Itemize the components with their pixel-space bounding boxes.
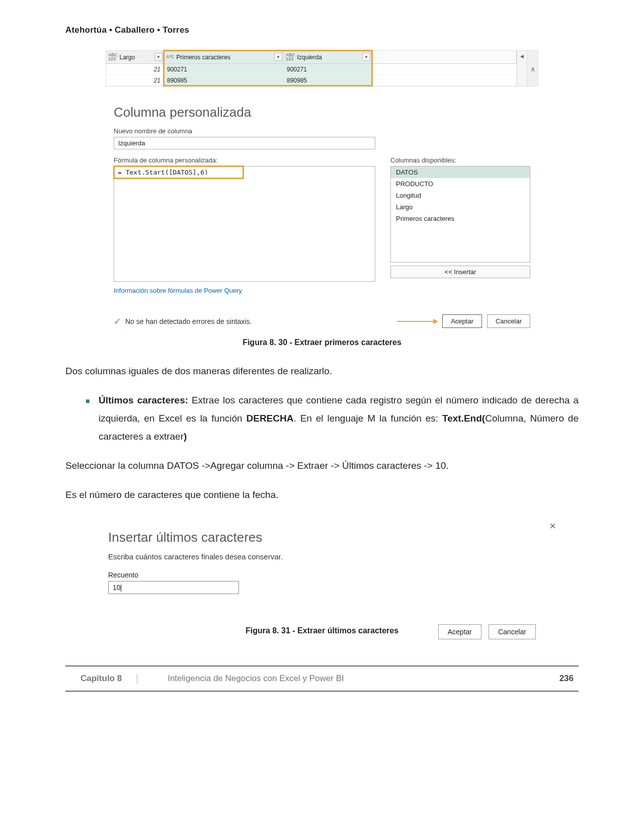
col-primeros: AᴮC Primeros caracteres ▼ 900271 890985	[164, 51, 284, 86]
footer-chapter: Capítulo 8	[65, 674, 137, 684]
dialog31-subtitle: Escriba cuántos caracteres finales desea…	[108, 552, 536, 561]
bullet-lead: Últimos caracteres:	[99, 395, 188, 405]
cell-izquierda-1: 900271	[284, 64, 372, 75]
close-icon[interactable]: ×	[549, 520, 556, 533]
check-icon: ✓	[114, 316, 121, 327]
chevron-up-icon: ∧	[530, 65, 535, 73]
cell-izquierda-2: 890985	[284, 75, 372, 86]
footer-title: Inteligencia de Negocios con Excel y Pow…	[137, 674, 559, 684]
type-icon-abc123: ABC 123	[108, 53, 118, 60]
scrollbar-up[interactable]: ∧	[527, 51, 538, 86]
pq-preview-table: ABC 123 Largo ▼ 21 21 AᴮC Primeros carac…	[106, 50, 538, 87]
figure-30: ABC 123 Largo ▼ 21 21 AᴮC Primeros carac…	[106, 50, 538, 328]
chevron-down-icon[interactable]: ▼	[362, 53, 370, 61]
bullet-b1: DERECHA	[247, 413, 294, 424]
col-empty	[372, 51, 517, 86]
syntax-status-text: No se han detectado errores de sintaxis.	[125, 317, 252, 325]
col-header-largo[interactable]: ABC 123 Largo ▼	[106, 51, 164, 64]
available-item-largo[interactable]: Largo	[391, 201, 530, 213]
paragraph-1: Dos columnas iguales de dos maneras dife…	[65, 362, 579, 380]
col-header-izquierda[interactable]: ABC 123 Izquierda ▼	[284, 51, 372, 64]
power-query-info-link[interactable]: Información sobre fórmulas de Power Quer…	[114, 287, 375, 294]
figure-31: × Insertar últimos caracteres Escriba cu…	[103, 530, 541, 639]
col-header-label: Largo	[120, 54, 135, 61]
dialog31-title: Insertar últimos caracteres	[108, 530, 536, 545]
formula-label: Fórmula de columna personalizada:	[114, 156, 375, 164]
type-icon-abc: AᴮC	[166, 55, 175, 59]
count-input[interactable]: 10	[108, 581, 239, 594]
available-item-primeros[interactable]: Primeros caracteres	[391, 213, 530, 224]
count-label: Recuento	[108, 571, 536, 579]
bullet-b3: )	[184, 431, 187, 442]
expand-pane-icon[interactable]: ◄	[517, 51, 527, 86]
cell-primeros-1: 900271	[164, 64, 284, 75]
col-largo: ABC 123 Largo ▼ 21 21	[106, 51, 164, 86]
accept-button[interactable]: Aceptar	[442, 314, 482, 328]
paragraph-3: Es el número de caracteres que contiene …	[65, 486, 579, 504]
bullet-icon: ■	[86, 394, 99, 408]
dialog-title: Columna personalizada	[114, 105, 530, 120]
available-columns-list[interactable]: DATOS PRODUCTO Longitud Largo Primeros c…	[390, 166, 530, 263]
insert-button[interactable]: << Insertar	[390, 266, 530, 278]
paragraph-2: Seleccionar la columna DATOS ->Agregar c…	[65, 457, 579, 475]
col-header-label: Primeros caracteres	[177, 54, 230, 61]
formula-text: = Text.Start([DATOS],6)	[113, 165, 244, 179]
cancel-button[interactable]: Cancelar	[489, 624, 536, 639]
available-columns-label: Columnas disponibles:	[390, 156, 530, 164]
available-item-producto[interactable]: PRODUCTO	[391, 178, 530, 190]
accept-button[interactable]: Aceptar	[438, 624, 481, 639]
page-footer: Capítulo 8 Inteligencia de Negocios con …	[65, 665, 579, 692]
col-header-label: Izquierda	[297, 54, 322, 61]
figure-30-caption: Figura 8. 30 - Extraer primeros caracter…	[65, 338, 579, 347]
col-header-primeros[interactable]: AᴮC Primeros caracteres ▼	[164, 51, 284, 64]
custom-column-dialog: Columna personalizada Nuevo nombre de co…	[106, 105, 538, 328]
arrow-annotation	[397, 321, 437, 322]
col-izquierda: ABC 123 Izquierda ▼ 900271 890985	[284, 51, 372, 86]
new-name-input[interactable]: Izquierda	[114, 137, 375, 149]
chevron-down-icon[interactable]: ▼	[154, 53, 163, 61]
bullet-b2: Text.End(	[442, 413, 485, 424]
authors-line: Atehortúa • Caballero • Torres	[65, 25, 579, 35]
bullet-ultimos: ■Últimos caracteres: Extrae los caracter…	[86, 391, 579, 446]
chevron-down-icon[interactable]: ▼	[274, 53, 282, 61]
cancel-button[interactable]: Cancelar	[487, 314, 530, 328]
cell-largo-2: 21	[106, 75, 164, 86]
bullet-t2: . En el lenguaje M la función es:	[293, 413, 442, 424]
formula-editor[interactable]: = Text.Start([DATOS],6)	[114, 166, 375, 282]
type-icon-abc123: ABC 123	[286, 53, 295, 60]
available-item-datos[interactable]: DATOS	[391, 166, 530, 178]
new-name-label: Nuevo nombre de columna	[114, 127, 530, 135]
count-value: 10	[113, 584, 121, 592]
syntax-status: ✓ No se han detectado errores de sintaxi…	[114, 316, 252, 327]
cell-primeros-2: 890985	[164, 75, 284, 86]
cell-largo-1: 21	[106, 64, 164, 75]
page-number: 236	[559, 674, 579, 684]
available-item-longitud[interactable]: Longitud	[391, 190, 530, 201]
